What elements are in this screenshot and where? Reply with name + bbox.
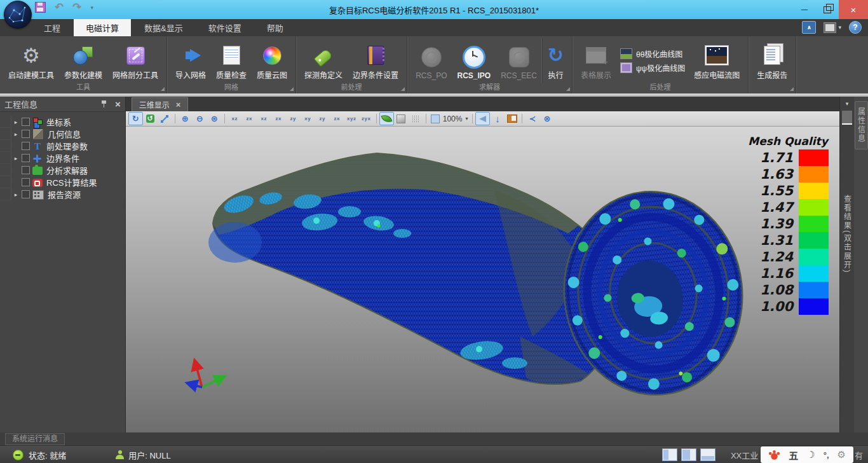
tab-close-icon[interactable]: × [176,100,181,109]
ime-moon-icon[interactable]: ☽ [806,449,815,460]
share-button[interactable]: ≺ [525,112,539,125]
shaded-mode-button[interactable] [379,112,394,125]
view-preset-2-button[interactable]: zx [242,113,257,125]
launch-modeling-tool-button[interactable]: ⚙ 启动建模工具 [3,38,59,83]
tab-data-display[interactable]: 数据&显示 [132,19,195,36]
rail-handle[interactable] [842,111,852,125]
view-preset-9-button[interactable]: xyz [344,113,359,125]
induced-em-current-map-button[interactable]: 感应电磁流图 [689,38,745,83]
results-rail[interactable]: ▾ 查看结果(双击展开) [839,97,854,432]
tree-item-preprocess-params[interactable]: T 前处理参数 [0,140,125,152]
execute-button[interactable]: ↻ 执行 [542,38,569,83]
ime-settings-icon[interactable]: ⚙ [837,449,846,460]
checkbox[interactable] [22,130,30,138]
boundary-condition-settings-button[interactable]: 边界条件设置 [348,38,403,83]
checkbox[interactable] [22,166,30,174]
tree-item-rcs-results[interactable]: RCS计算结果 [0,176,125,188]
device-dropdown-icon[interactable]: ▾ [838,24,841,31]
view-preset-7-button[interactable]: zy [315,113,330,125]
zoom-out-button[interactable]: ⊖ [193,112,207,125]
rail-dropdown-icon[interactable]: ▾ [846,97,849,111]
checkbox[interactable] [22,142,30,150]
capture-button[interactable] [505,112,519,125]
viewport-3d[interactable]: Mesh Quality 1.71 1.63 1.55 1.47 1.39 1.… [126,127,839,432]
checkbox[interactable] [22,190,30,198]
tree-item-boundary-conditions[interactable]: ▸ 边界条件 [0,152,125,164]
expand-icon[interactable]: ▸ [11,119,20,125]
expand-icon[interactable]: ▸ [11,131,20,137]
help-icon[interactable]: ? [849,21,862,34]
scale-tool-button[interactable] [158,112,172,125]
collapse-ribbon-button[interactable]: ∧ [802,21,816,34]
tree-item-report-resources[interactable]: ▸ 报告资源 [0,188,125,200]
checkbox[interactable] [22,154,30,162]
rcs-ipo-button[interactable]: RCS_IPO [452,38,496,83]
ribbon-group-solver: RCS_PO RCS_IPO RCS_EEC ↻ 执行 求解器 [407,36,573,93]
rcs-po-button[interactable]: RCS_PO [410,38,452,83]
pick-tool-button[interactable] [475,112,490,125]
ime-punctuation-icon[interactable]: °, [824,450,829,460]
layout-wide-panel-button[interactable] [681,448,696,461]
probe-angle-define-button[interactable]: 探测角定义 [299,38,348,83]
drop-tool-button[interactable]: ↓ [490,112,505,125]
properties-rail: 属性信息 [854,97,868,432]
restore-button[interactable] [816,0,839,19]
layout-left-panel-button[interactable] [662,448,677,461]
view-preset-6-button[interactable]: xy [301,113,315,125]
system-messages-tab[interactable]: 系统运行消息 [5,433,65,445]
layout-bottom-panel-button[interactable] [700,448,715,461]
cancel-button[interactable]: ⊗ [539,112,554,125]
properties-tab[interactable]: 属性信息 [855,101,868,149]
import-mesh-button[interactable]: 导入网格 [170,38,211,83]
tab-em-computation[interactable]: 电磁计算 [74,19,131,36]
expand-icon[interactable]: ▸ [11,191,20,198]
solid-mode-button[interactable] [394,112,409,125]
view-preset-8-button[interactable]: zx [330,113,344,125]
tree-item-geometry-info[interactable]: ▸ 几何信息 [0,128,125,140]
tab-3d-display[interactable]: 三维显示 × [132,97,189,111]
app-logo-icon[interactable] [4,1,32,29]
tree-item-analysis-solver[interactable]: 分析求解器 [0,164,125,176]
tab-project[interactable]: 工程 [32,19,72,36]
zoom-level-control[interactable]: 100% ▾ [429,114,470,123]
quality-check-button[interactable]: 质量检查 [211,38,252,83]
ime-wubi-mode[interactable]: 五 [789,448,798,462]
view-preset-3-button[interactable]: xz [257,113,271,125]
ime-paw-icon[interactable] [768,450,780,460]
zoom-fit-button[interactable]: ⊛ [207,112,222,125]
generate-report-button[interactable]: 生成报告 [752,38,792,83]
expand-icon[interactable]: ▸ [11,155,20,162]
view-preset-5-button[interactable]: zy [286,113,301,125]
points-mode-button[interactable] [409,112,423,125]
tab-software-settings[interactable]: 软件设置 [196,19,254,36]
checkbox[interactable] [22,178,30,186]
window-title: 复杂目标RCS电磁分析软件2015 R1 - RCS_2015031801* [0,4,868,16]
pin-icon[interactable] [100,100,107,108]
panel-close-icon[interactable]: × [115,100,121,108]
project-tree: ▸ 坐标系 ▸ 几何信息 T 前处理参数 ▸ 边界条件 [0,112,125,432]
rotate-tool-button[interactable]: ↻ [128,112,143,125]
view-preset-4-button[interactable]: zx [271,113,286,125]
theta-polarization-curve-button[interactable]: θθ极化曲线图 [620,48,685,59]
mesh-partition-tool-button[interactable]: 网格剖分工具 [107,38,163,83]
checkbox[interactable] [22,118,30,126]
orbit-tool-button[interactable]: ↺ [143,112,158,125]
psi-polarization-curve-button[interactable]: ψψ极化曲线图 [620,62,685,73]
table-display-button[interactable]: 表格展示 [576,38,616,83]
quality-cloud-map-button[interactable]: 质量云图 [252,38,292,83]
zoom-in-button[interactable]: ⊕ [178,112,193,125]
view-preset-10-button[interactable]: zyx [359,113,374,125]
minimize-button[interactable]: ─ [793,0,816,19]
model-render [126,127,839,432]
tab-help[interactable]: 帮助 [255,19,295,36]
close-button[interactable]: × [839,0,868,19]
view-preset-1-button[interactable]: xz [227,113,242,125]
mesh-wrench-icon [126,46,145,65]
viewport-toolbar: ↻ ↺ ⊕ ⊖ ⊛ xz zx xz zx zy xy zy zx xyz zy… [126,111,839,127]
parametric-modeling-button[interactable]: 参数化建模 [59,38,107,83]
flag-icon [479,116,486,122]
rcs-eec-button[interactable]: RCS_EEC [496,38,542,83]
rainbow-sphere-icon [263,46,281,65]
display-device-icon[interactable] [824,22,836,33]
tree-item-coordinate-system[interactable]: ▸ 坐标系 [0,116,125,128]
